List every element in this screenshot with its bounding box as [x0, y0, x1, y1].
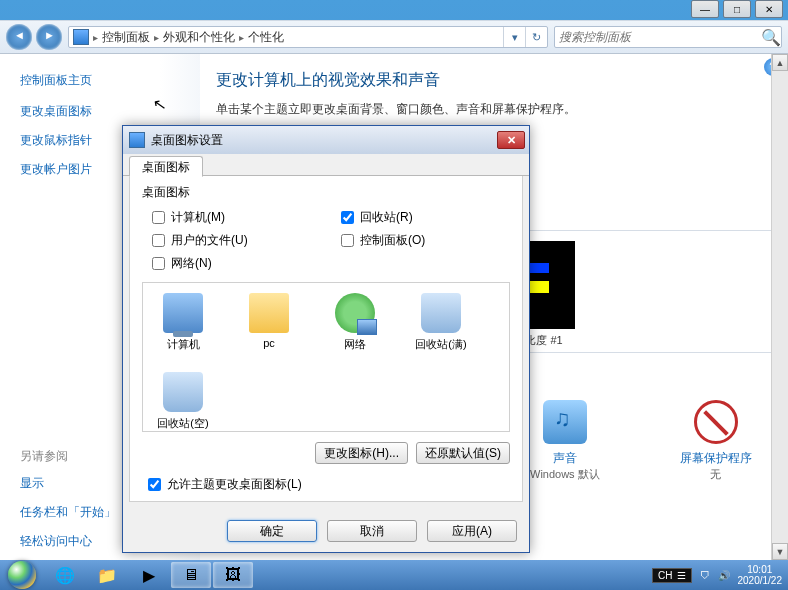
scroll-down-button[interactable]: ▼: [772, 543, 788, 560]
sidebar-home[interactable]: 控制面板主页: [20, 72, 180, 89]
scroll-up-button[interactable]: ▲: [772, 54, 788, 71]
scroll-track[interactable]: [772, 71, 788, 543]
address-bar: ▸ 控制面板 ▸ 外观和个性化 ▸ 个性化 ▾ ↻ 🔍: [0, 20, 788, 54]
nav-back-button[interactable]: [6, 24, 32, 50]
checkbox-network[interactable]: 网络(N): [152, 255, 321, 272]
tab-desktop-icons[interactable]: 桌面图标: [129, 156, 203, 177]
search-icon[interactable]: 🔍: [761, 28, 781, 47]
start-button[interactable]: [0, 560, 44, 590]
clock-time: 10:01: [738, 564, 783, 575]
screensaver-value: 无: [680, 467, 752, 482]
checkbox-computer[interactable]: 计算机(M): [152, 209, 321, 226]
change-icon-button[interactable]: 更改图标(H)...: [315, 442, 408, 464]
cancel-button[interactable]: 取消: [327, 520, 417, 542]
dropdown-button[interactable]: ▾: [503, 27, 525, 47]
icon-preview-list[interactable]: 计算机 pc 网络 回收站(满) 回收站(空): [142, 282, 510, 432]
sidebar-link-desktop-icons[interactable]: 更改桌面图标: [20, 103, 180, 120]
checkbox-recycle-bin[interactable]: 回收站(R): [341, 209, 510, 226]
group-label: 桌面图标: [142, 184, 510, 201]
page-description: 单击某个主题立即更改桌面背景、窗口颜色、声音和屏幕保护程序。: [216, 101, 768, 118]
restore-default-button[interactable]: 还原默认值(S): [416, 442, 510, 464]
clock-date: 2020/1/22: [738, 575, 783, 586]
icon-item-recycle-empty[interactable]: 回收站(空): [153, 372, 213, 431]
taskbar-media-icon[interactable]: ▶: [129, 562, 169, 588]
screensaver-settings[interactable]: 屏幕保护程序 无: [680, 400, 752, 482]
breadcrumb[interactable]: 个性化: [244, 29, 288, 46]
checkbox-user-files[interactable]: 用户的文件(U): [152, 232, 321, 249]
windows-orb-icon: [8, 561, 36, 589]
volume-icon[interactable]: 🔊: [718, 570, 730, 581]
recycle-bin-empty-icon: [163, 372, 203, 412]
refresh-button[interactable]: ↻: [525, 27, 547, 47]
tray-icon[interactable]: ⛉: [700, 570, 710, 581]
icon-item-computer[interactable]: 计算机: [153, 293, 213, 352]
dialog-icon: [129, 132, 145, 148]
close-button[interactable]: ✕: [755, 0, 783, 18]
desktop-icon-settings-dialog: 桌面图标设置 ✕ 桌面图标 桌面图标 计算机(M) 回收站(R) 用户的文件(U…: [122, 125, 530, 553]
address-field[interactable]: ▸ 控制面板 ▸ 外观和个性化 ▸ 个性化 ▾ ↻: [68, 26, 548, 48]
search-input[interactable]: [555, 30, 761, 44]
dialog-close-button[interactable]: ✕: [497, 131, 525, 149]
page-title: 更改计算机上的视觉效果和声音: [216, 70, 768, 91]
icon-item-network[interactable]: 网络: [325, 293, 385, 352]
breadcrumb[interactable]: 控制面板: [98, 29, 154, 46]
taskbar-explorer-icon[interactable]: 📁: [87, 562, 127, 588]
vertical-scrollbar[interactable]: ▲ ▼: [771, 54, 788, 560]
sound-settings[interactable]: 声音 Windows 默认: [530, 400, 600, 482]
icon-item-pc[interactable]: pc: [239, 293, 299, 352]
computer-icon: [163, 293, 203, 333]
language-indicator[interactable]: CH☰: [652, 568, 691, 583]
screensaver-icon: [694, 400, 738, 444]
dialog-title: 桌面图标设置: [151, 132, 223, 149]
taskbar-app-active[interactable]: 🖥: [171, 562, 211, 588]
taskbar-app-control-panel[interactable]: 🖼: [213, 562, 253, 588]
screensaver-link[interactable]: 屏幕保护程序: [680, 450, 752, 467]
taskbar-ie-icon[interactable]: 🌐: [45, 562, 85, 588]
control-panel-icon: [73, 29, 89, 45]
minimize-button[interactable]: —: [691, 0, 719, 18]
sound-icon: [543, 400, 587, 444]
network-icon: [335, 293, 375, 333]
checkbox-allow-theme[interactable]: 允许主题更改桌面图标(L): [148, 476, 510, 493]
breadcrumb[interactable]: 外观和个性化: [159, 29, 239, 46]
recycle-bin-full-icon: [421, 293, 461, 333]
clock[interactable]: 10:01 2020/1/22: [738, 564, 783, 586]
icon-item-recycle-full[interactable]: 回收站(满): [411, 293, 471, 352]
checkbox-control-panel[interactable]: 控制面板(O): [341, 232, 510, 249]
nav-forward-button[interactable]: [36, 24, 62, 50]
apply-button[interactable]: 应用(A): [427, 520, 517, 542]
taskbar[interactable]: 🌐 📁 ▶ 🖥 🖼 CH☰ ⛉ 🔊 10:01 2020/1/22: [0, 560, 788, 590]
search-box[interactable]: 🔍: [554, 26, 782, 48]
maximize-button[interactable]: □: [723, 0, 751, 18]
dialog-titlebar[interactable]: 桌面图标设置 ✕: [123, 126, 529, 154]
system-tray[interactable]: CH☰ ⛉ 🔊 10:01 2020/1/22: [652, 564, 788, 586]
folder-icon: [249, 293, 289, 333]
sound-link[interactable]: 声音: [530, 450, 600, 467]
ok-button[interactable]: 确定: [227, 520, 317, 542]
sound-value: Windows 默认: [530, 467, 600, 482]
